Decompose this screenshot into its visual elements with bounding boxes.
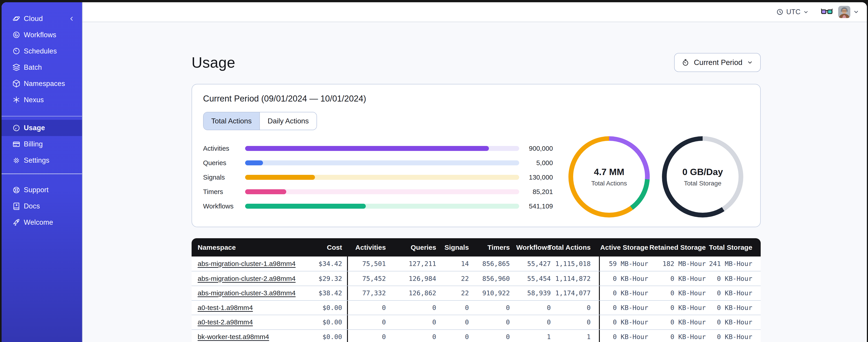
- metric-value: 0: [551, 315, 599, 329]
- sidebar-item-nexus[interactable]: Nexus: [2, 92, 82, 108]
- billing-card-icon: [12, 140, 21, 148]
- storage-value: 0 KB-Hour: [648, 301, 706, 315]
- sidebar-item-schedules[interactable]: Schedules: [2, 43, 82, 59]
- namespace-link[interactable]: abs-migration-cluster-2.a98mm4: [198, 275, 296, 282]
- column-header: Workflows: [510, 238, 551, 256]
- bar-label: Activities: [203, 145, 245, 152]
- total-actions-donut-chart: 4.7 MM Total Actions: [568, 136, 650, 217]
- metric-value: 1,114,872: [551, 271, 599, 285]
- column-header: Cost: [327, 243, 342, 251]
- bar-label: Workflows: [203, 202, 245, 210]
- metric-value: 0: [347, 315, 386, 329]
- storage-value: 0 KB-Hour: [599, 301, 648, 315]
- storage-value: 0 KB-Hour: [648, 286, 706, 300]
- column-header: Signals: [436, 238, 469, 256]
- metric-value: 0: [469, 301, 510, 315]
- timezone-selector[interactable]: UTC: [776, 8, 809, 16]
- metric-value: 1: [551, 330, 599, 342]
- sidebar-brand: Cloud: [2, 10, 82, 27]
- bar-label: Queries: [203, 159, 245, 167]
- namespace-link[interactable]: abs-migration-cluster-1.a98mm4: [198, 260, 296, 268]
- metric-value: 0: [469, 330, 510, 342]
- nexus-asterisk-icon: [12, 96, 21, 104]
- storage-value: 241 MB-Hour: [706, 256, 761, 271]
- bar-value: 85,201: [519, 188, 553, 196]
- metric-value: 0: [436, 330, 469, 342]
- metric-value: 22: [436, 271, 469, 285]
- storage-value: 0 KB-Hour: [648, 330, 706, 342]
- metric-value: 0: [347, 301, 386, 315]
- sidebar-item-support[interactable]: Support: [2, 182, 82, 198]
- sidebar-item-namespaces[interactable]: Namespaces: [2, 76, 82, 92]
- namespace-link[interactable]: a0-test-2.a98mm4: [198, 318, 253, 326]
- donut-label: Total Actions: [591, 179, 627, 187]
- storage-value: 0 KB-Hour: [599, 315, 648, 329]
- sidebar-item-billing[interactable]: Billing: [2, 136, 82, 152]
- column-header: Total Storage: [706, 238, 761, 256]
- column-header: Retained Storage: [648, 238, 706, 256]
- namespace-cost-cell: abs-migration-cluster-3.a98mm4$38.42: [192, 286, 347, 300]
- sidebar-item-settings[interactable]: Settings: [2, 152, 82, 169]
- period-selector-label: Current Period: [694, 58, 742, 67]
- welcome-rocket-icon: [12, 218, 21, 227]
- cost-value: $0.00: [322, 304, 342, 312]
- metric-value: 77,332: [347, 286, 386, 300]
- table-row: abs-migration-cluster-2.a98mm4$29.3275,4…: [192, 271, 761, 285]
- sidebar-item-workflows[interactable]: Workflows: [2, 27, 82, 43]
- namespace-cost-cell: bk-worker-test.a98mm4$0.00: [192, 330, 347, 342]
- metric-value: 0: [386, 301, 436, 315]
- namespace-link[interactable]: bk-worker-test.a98mm4: [198, 333, 269, 341]
- donut-value: 0 GB/Day: [682, 167, 723, 177]
- column-header: Activities: [347, 238, 386, 256]
- namespace-link[interactable]: abs-migration-cluster-3.a98mm4: [198, 289, 296, 297]
- tab-daily-actions[interactable]: Daily Actions: [259, 112, 316, 130]
- tab-total-actions[interactable]: Total Actions: [204, 112, 259, 130]
- metric-value: 910,922: [469, 286, 510, 300]
- metric-value: 55,427: [510, 256, 551, 271]
- sidebar-item-welcome[interactable]: Welcome: [2, 214, 82, 231]
- namespace-cost-cell: abs-migration-cluster-2.a98mm4$29.32: [192, 271, 347, 285]
- account-menu-chevron-icon[interactable]: [853, 9, 859, 15]
- metric-value: 0: [510, 315, 551, 329]
- table-body: abs-migration-cluster-1.a98mm4$34.4275,5…: [192, 256, 761, 342]
- sidebar-item-docs[interactable]: Docs: [2, 198, 82, 214]
- timezone-label: UTC: [786, 8, 801, 16]
- chevron-down-icon: [803, 9, 809, 15]
- metric-value: 55,454: [510, 271, 551, 285]
- metric-value: 22: [436, 286, 469, 300]
- bar-value: 130,000: [519, 173, 553, 181]
- page-title: Usage: [192, 54, 236, 71]
- table-header: NamespaceCostActivitiesQueriesSignalsTim…: [192, 238, 761, 256]
- table-row: abs-migration-cluster-3.a98mm4$38.4277,3…: [192, 285, 761, 300]
- metric-value: 126,862: [386, 286, 436, 300]
- usage-bar-row: Activities900,000: [203, 141, 553, 156]
- user-avatar[interactable]: [838, 6, 850, 18]
- namespace-link[interactable]: a0-test-1.a98mm4: [198, 304, 253, 312]
- storage-value: 0 KB-Hour: [706, 315, 761, 329]
- bar-fill: [245, 161, 263, 165]
- storage-value: 0 KB-Hour: [648, 315, 706, 329]
- donut-value: 4.7 MM: [594, 167, 624, 177]
- column-header: Active Storage: [599, 238, 648, 256]
- period-selector-button[interactable]: Current Period: [674, 53, 761, 72]
- stopwatch-icon: [682, 59, 689, 66]
- metric-value: 856,865: [469, 256, 510, 271]
- labs-glasses-icon[interactable]: [821, 8, 833, 15]
- sidebar-item-batch[interactable]: Batch: [2, 59, 82, 76]
- bar-fill: [245, 204, 366, 209]
- card-title: Current Period (09/01/2024 — 10/01/2024): [203, 94, 749, 104]
- metric-value: 0: [551, 301, 599, 315]
- metric-value: 0: [386, 330, 436, 342]
- bar-fill: [245, 175, 315, 180]
- sidebar-collapse-button[interactable]: [69, 15, 75, 22]
- table-row: abs-migration-cluster-1.a98mm4$34.4275,5…: [192, 256, 761, 271]
- sidebar-item-usage[interactable]: Usage: [2, 120, 82, 136]
- bar-track: [245, 146, 519, 151]
- storage-value: 0 KB-Hour: [706, 330, 761, 342]
- bar-fill: [245, 146, 489, 151]
- column-header: Namespace: [198, 243, 236, 251]
- settings-gear-icon: [12, 156, 21, 165]
- metric-value: 1,115,018: [551, 256, 599, 271]
- screenshot-stage: Cloud Workflows Sche: [0, 0, 868, 342]
- metric-value: 0: [436, 301, 469, 315]
